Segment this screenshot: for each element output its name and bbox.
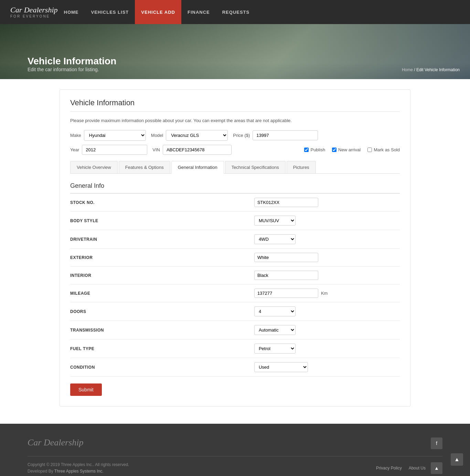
general-info-title: General Info — [70, 182, 400, 194]
doors-select[interactable]: 245 — [254, 306, 296, 316]
general-info-table: Stock No. BODY STYLE MUV/SUVSedanCoupeHa… — [70, 194, 400, 377]
developer-text: Developed By Three Apples Systems Inc. — [28, 468, 129, 475]
nav-vehicles-list[interactable]: VEHICLES LIST — [85, 0, 135, 24]
chevron-up-icon: ▲ — [454, 456, 460, 463]
table-row: Condition UsedNewCertified Pre-Owned — [70, 358, 400, 377]
mileage-input[interactable] — [254, 289, 318, 298]
nav-vehicle-add[interactable]: VEHICLE ADD — [135, 0, 181, 24]
field-label-fuel-type: Fuel Type — [70, 339, 252, 358]
table-row: Interior — [70, 267, 400, 284]
field-label-doors: Doors — [70, 302, 252, 321]
mark-as-sold-label: Mark as Sold — [374, 147, 400, 152]
table-row: Doors 245 — [70, 302, 400, 321]
km-label: Km — [321, 291, 328, 296]
publish-checkbox-label[interactable]: Publish — [304, 147, 325, 152]
model-group: Model Veracruz GLS — [151, 130, 228, 141]
table-row: Mileage Km — [70, 284, 400, 302]
price-input[interactable] — [253, 130, 318, 140]
condition-select[interactable]: UsedNewCertified Pre-Owned — [254, 362, 308, 372]
publish-checkbox[interactable] — [304, 148, 309, 152]
privacy-policy-link[interactable]: Privacy Policy — [376, 466, 402, 470]
vin-group: VIN — [152, 145, 232, 155]
vehicle-info-card: Vehicle Information Please provide maxim… — [60, 89, 410, 407]
checkbox-row: Publish New arrival Mark as Sold — [304, 147, 400, 152]
table-row: BODY STYLE MUV/SUVSedanCoupeHatchback — [70, 212, 400, 230]
tab-vehicle-overview[interactable]: Vehicle Overview — [70, 161, 118, 173]
nav-finance[interactable]: FINANCE — [181, 0, 216, 24]
form-second-row: Year VIN Publish New arrival Mark as S — [70, 145, 400, 155]
field-label-interior: Interior — [70, 267, 252, 284]
developer-link[interactable]: Three Apples Systems Inc. — [54, 469, 104, 474]
field-label-drivetrain: DRIVETRAIN — [70, 230, 252, 249]
main-content: Vehicle Information Please provide maxim… — [53, 89, 417, 407]
nav-links: HOME VEHICLES LIST VEHICLE ADD FINANCE R… — [58, 0, 256, 24]
table-row: Stock No. — [70, 194, 400, 212]
year-group: Year — [70, 145, 147, 155]
scroll-top-button[interactable]: ▲ — [451, 453, 463, 466]
card-title: Vehicle Information — [70, 98, 400, 112]
table-row: DRIVETRAIN 4WD2WDAWDFWDRWD — [70, 230, 400, 249]
exterior-input[interactable] — [254, 253, 318, 262]
table-row: Exterior — [70, 249, 400, 267]
footer-copy: Copyright © 2019 Three Apples Inc.. All … — [28, 462, 129, 475]
transmission-select[interactable]: AutomaticManualCVT — [254, 325, 296, 335]
nav-home[interactable]: HOME — [58, 0, 85, 24]
tab-pictures[interactable]: Pictures — [287, 161, 316, 173]
field-label-condition: Condition — [70, 358, 252, 377]
field-label-body-style: BODY STYLE — [70, 212, 252, 230]
make-label: Make — [70, 133, 81, 138]
nav-requests[interactable]: REQUESTS — [216, 0, 256, 24]
hero-subtitle: Edit the car information for listing. — [28, 67, 116, 72]
publish-label: Publish — [310, 147, 325, 152]
mark-as-sold-checkbox-label[interactable]: Mark as Sold — [367, 147, 400, 152]
new-arrival-checkbox[interactable] — [332, 148, 337, 152]
new-arrival-label: New arrival — [338, 147, 361, 152]
mileage-wrap: Km — [254, 289, 397, 298]
breadcrumb-home[interactable]: Home — [402, 67, 413, 72]
tab-technical-specifications[interactable]: Technical Specifications — [225, 161, 286, 173]
stock-no-input[interactable] — [254, 198, 318, 207]
make-select[interactable]: Hyundai — [84, 130, 146, 141]
new-arrival-checkbox-label[interactable]: New arrival — [332, 147, 361, 152]
model-select[interactable]: Veracruz GLS — [166, 130, 228, 141]
footer-bottom: Copyright © 2019 Three Apples Inc.. All … — [28, 456, 442, 475]
tab-features-options[interactable]: Features & Options — [119, 161, 170, 173]
price-group: Price ($) — [233, 130, 318, 140]
about-us-link[interactable]: About Us — [409, 466, 426, 470]
model-label: Model — [151, 133, 163, 138]
tab-general-information[interactable]: General Information — [171, 161, 224, 174]
info-text: Please provide maximum information possi… — [70, 118, 400, 123]
footer-chevron-up-icon: ▲ — [434, 465, 439, 471]
footer-links: Privacy Policy About Us — [376, 466, 426, 470]
hero-title: Vehicle Information — [28, 56, 116, 67]
footer-scroll-top-button[interactable]: ▲ — [431, 462, 442, 474]
price-label: Price ($) — [233, 133, 250, 138]
breadcrumb-current: Edit Vehicle Information — [416, 67, 460, 72]
field-label-stock: Stock No. — [70, 194, 252, 212]
footer: Car Dealership f Copyright © 2019 Three … — [0, 424, 470, 476]
footer-top: Car Dealership f — [28, 437, 442, 456]
hero-section: Vehicle Information Edit the car informa… — [0, 24, 470, 79]
mark-as-sold-checkbox[interactable] — [367, 148, 372, 152]
fuel-type-select[interactable]: PetrolDieselElectricHybrid — [254, 344, 296, 354]
year-input[interactable] — [82, 145, 147, 155]
field-label-mileage: Mileage — [70, 284, 252, 302]
nav-logo: Car Dealership FOR EVERYONE — [10, 6, 58, 18]
drivetrain-select[interactable]: 4WD2WDAWDFWDRWD — [254, 234, 296, 244]
navbar: Car Dealership FOR EVERYONE HOME VEHICLE… — [0, 0, 470, 24]
vin-input[interactable] — [163, 145, 232, 155]
submit-button[interactable]: Submit — [70, 383, 102, 396]
vin-label: VIN — [152, 147, 160, 152]
facebook-icon[interactable]: f — [431, 437, 442, 449]
copyright-text: Copyright © 2019 Three Apples Inc.. All … — [28, 462, 129, 468]
breadcrumb: Home / Edit Vehicle Information — [402, 67, 460, 72]
table-row: Fuel Type PetrolDieselElectricHybrid — [70, 339, 400, 358]
table-row: Transmission AutomaticManualCVT — [70, 321, 400, 339]
footer-logo: Car Dealership — [28, 437, 84, 448]
year-label: Year — [70, 147, 79, 152]
tabs: Vehicle Overview Features & Options Gene… — [70, 161, 400, 174]
body-style-select[interactable]: MUV/SUVSedanCoupeHatchback — [254, 216, 296, 226]
make-group: Make Hyundai — [70, 130, 146, 141]
field-label-transmission: Transmission — [70, 321, 252, 339]
interior-input[interactable] — [254, 271, 318, 280]
